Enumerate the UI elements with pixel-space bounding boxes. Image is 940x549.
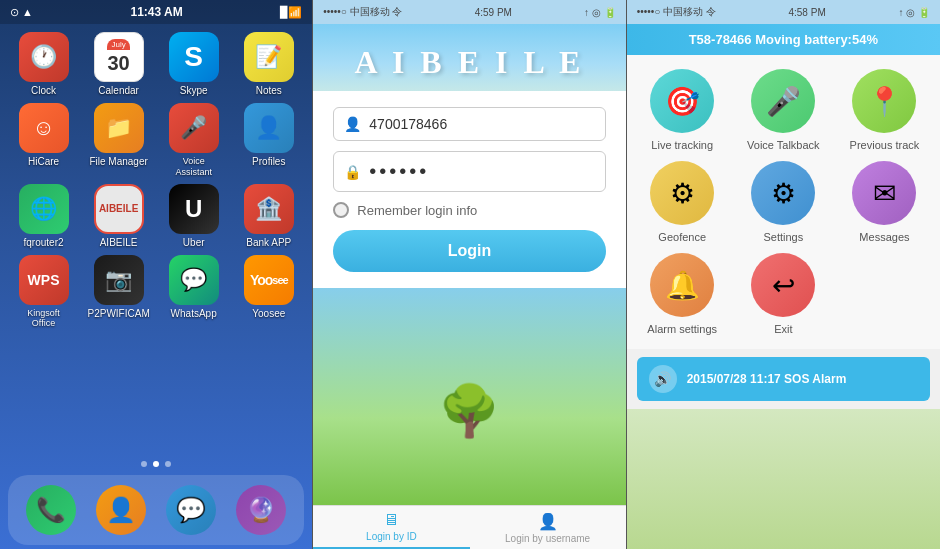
live-tracking-icon: 🎯 — [650, 69, 714, 133]
dock-messages[interactable]: 💬 — [166, 485, 216, 535]
btn-exit[interactable]: ↩ Exit — [738, 253, 829, 335]
tab-login-by-username-label: Login by username — [505, 533, 590, 544]
dock-browser[interactable]: 🔮 — [236, 485, 286, 535]
profiles-label: Profiles — [252, 156, 285, 168]
dock-contacts[interactable]: 👤 — [96, 485, 146, 535]
app-fqrouter2[interactable]: 🌐 fqrouter2 — [12, 184, 76, 249]
app-calendar[interactable]: July 30 Calendar — [87, 32, 151, 97]
geofence-icon: ⚙ — [650, 161, 714, 225]
app-aibeile[interactable]: AIBEILE AIBEILE — [87, 184, 151, 249]
s2-status-left: •••••○ 中国移动 令 — [323, 5, 402, 19]
previous-track-label: Previous track — [850, 139, 920, 151]
app-row-4: WPS KingsoftOffice 📷 P2PWIFICAM 💬 WhatsA… — [6, 255, 306, 330]
calendar-label: Calendar — [98, 85, 139, 97]
btn-voice-talkback[interactable]: 🎤 Voice Talkback — [738, 69, 829, 151]
btn-previous-track[interactable]: 📍 Previous track — [839, 69, 930, 151]
status-bar-2: •••••○ 中国移动 令 4:59 PM ↑ ◎ 🔋 — [313, 0, 625, 24]
voiceassistant-icon: 🎤 — [169, 103, 219, 153]
kingsoft-icon: WPS — [19, 255, 69, 305]
uber-label: Uber — [183, 237, 205, 249]
aibeile-icon: AIBEILE — [94, 184, 144, 234]
tab-login-by-username[interactable]: 👤 Login by username — [470, 506, 626, 549]
app-voice-assistant[interactable]: 🎤 VoiceAssistant — [162, 103, 226, 178]
yoosee-label: Yoosee — [252, 308, 285, 320]
app-row-2: ☺ HiCare 📁 File Manager 🎤 VoiceAssistant… — [6, 103, 306, 178]
whatsapp-icon: 💬 — [169, 255, 219, 305]
function-grid: 🎯 Live tracking 🎤 Voice Talkback 📍 Previ… — [627, 55, 940, 349]
tracker-header: T58-78466 Moving battery:54% — [627, 24, 940, 55]
map-area[interactable] — [627, 409, 940, 549]
app-row-3: 🌐 fqrouter2 AIBEILE AIBEILE U Uber 🏦 Ban… — [6, 184, 306, 249]
app-notes[interactable]: 📝 Notes — [237, 32, 301, 97]
voiceassistant-label: VoiceAssistant — [175, 156, 212, 178]
clock-icon: 🕐 — [19, 32, 69, 82]
s3-status-right: ↑ ◎ 🔋 — [898, 7, 930, 18]
app-uber[interactable]: U Uber — [162, 184, 226, 249]
status-right-icons: ▉📶 — [280, 6, 302, 19]
notes-label: Notes — [256, 85, 282, 97]
p2pwificam-icon: 📷 — [94, 255, 144, 305]
remember-row: Remember login info — [333, 202, 605, 218]
hicare-label: HiCare — [28, 156, 59, 168]
s2-status-right: ↑ ◎ 🔋 — [584, 7, 616, 18]
app-filemanager[interactable]: 📁 File Manager — [87, 103, 151, 168]
fqrouter2-icon: 🌐 — [19, 184, 69, 234]
clock-time: 11:43 AM — [131, 5, 183, 19]
app-clock[interactable]: 🕐 Clock — [12, 32, 76, 97]
s2-status-time: 4:59 PM — [475, 7, 512, 18]
login-id-icon: 🖥 — [383, 511, 399, 529]
page-dot-1 — [141, 461, 147, 467]
s3-status-left: •••••○ 中国移动 令 — [637, 5, 716, 19]
tab-login-by-id-label: Login by ID — [366, 531, 417, 542]
btn-geofence[interactable]: ⚙ Geofence — [637, 161, 728, 243]
phone-input-wrap[interactable]: 👤 4700178466 — [333, 107, 605, 141]
alarm-banner: 🔊 2015/07/28 11:17 SOS Alarm — [637, 357, 930, 401]
password-input[interactable]: •••••• — [369, 160, 429, 183]
app-hicare[interactable]: ☺ HiCare — [12, 103, 76, 168]
login-button[interactable]: Login — [333, 230, 605, 272]
tree-decoration: 🌳 — [438, 382, 500, 440]
messages-icon: ✉ — [852, 161, 916, 225]
skype-label: Skype — [180, 85, 208, 97]
phone-input[interactable]: 4700178466 — [369, 116, 594, 132]
btn-alarm-settings[interactable]: 🔔 Alarm settings — [637, 253, 728, 335]
geofence-label: Geofence — [658, 231, 706, 243]
app-whatsapp[interactable]: 💬 WhatsApp — [162, 255, 226, 320]
landscape-image: 🌳 — [313, 288, 625, 505]
app-profiles[interactable]: 👤 Profiles — [237, 103, 301, 168]
btn-live-tracking[interactable]: 🎯 Live tracking — [637, 69, 728, 151]
tracker-dashboard-screen: •••••○ 中国移动 令 4:58 PM ↑ ◎ 🔋 T58-78466 Mo… — [627, 0, 940, 549]
tab-login-by-id[interactable]: 🖥 Login by ID — [313, 506, 469, 549]
alarm-text: 2015/07/28 11:17 SOS Alarm — [687, 372, 847, 386]
messages-label: Messages — [859, 231, 909, 243]
btn-settings[interactable]: ⚙ Settings — [738, 161, 829, 243]
remember-radio[interactable] — [333, 202, 349, 218]
app-kingsoft[interactable]: WPS KingsoftOffice — [12, 255, 76, 330]
password-input-wrap[interactable]: 🔒 •••••• — [333, 151, 605, 192]
status-left-icons: ⊙ ▲ — [10, 6, 33, 19]
hicare-icon: ☺ — [19, 103, 69, 153]
kingsoft-label: KingsoftOffice — [27, 308, 60, 330]
s3-status-time: 4:58 PM — [788, 7, 825, 18]
settings-icon: ⚙ — [751, 161, 815, 225]
app-grid: 🕐 Clock July 30 Calendar S Skype 📝 Notes — [0, 24, 312, 457]
aibeile-label: AIBEILE — [100, 237, 138, 249]
phone-icon: 👤 — [344, 116, 361, 132]
dock-phone[interactable]: 📞 — [26, 485, 76, 535]
calendar-icon: July 30 — [94, 32, 144, 82]
status-bar-1: ⊙ ▲ 11:43 AM ▉📶 — [0, 0, 312, 24]
app-bankapp[interactable]: 🏦 Bank APP — [237, 184, 301, 249]
app-p2pwificam[interactable]: 📷 P2PWIFICAM — [87, 255, 151, 320]
voice-talkback-icon: 🎤 — [751, 69, 815, 133]
aibeile-login-screen: •••••○ 中国移动 令 4:59 PM ↑ ◎ 🔋 A I B E I L … — [313, 0, 625, 549]
alarm-sound-icon: 🔊 — [649, 365, 677, 393]
uber-icon: U — [169, 184, 219, 234]
yoosee-icon: Yoosee — [244, 255, 294, 305]
app-skype[interactable]: S Skype — [162, 32, 226, 97]
app-yoosee[interactable]: Yoosee Yoosee — [237, 255, 301, 320]
profiles-icon: 👤 — [244, 103, 294, 153]
voice-talkback-label: Voice Talkback — [747, 139, 820, 151]
notes-icon: 📝 — [244, 32, 294, 82]
btn-messages[interactable]: ✉ Messages — [839, 161, 930, 243]
login-tabs: 🖥 Login by ID 👤 Login by username — [313, 505, 625, 549]
